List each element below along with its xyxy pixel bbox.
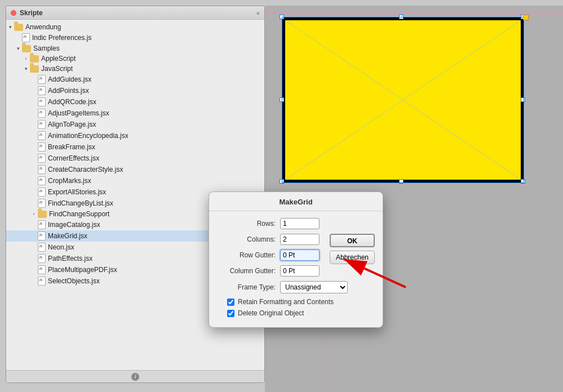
selection-handle-ml[interactable] <box>280 97 284 102</box>
tree-item-applescript[interactable]: ›AppleScript <box>6 54 264 64</box>
row-gutter-input[interactable] <box>280 250 320 261</box>
indent-spacer <box>14 132 22 140</box>
script-icon-addguides <box>38 75 46 84</box>
indent-spacer <box>6 132 14 140</box>
tree-item-aligntopage[interactable]: AlignToPage.jsx <box>6 119 264 130</box>
frame-type-label: Frame Type: <box>218 283 280 291</box>
tree-toggle-javascript[interactable]: ▾ <box>22 66 30 72</box>
tree-label-placemultipage: PlaceMultipagePDF.jsx <box>48 266 117 274</box>
tree-item-breakframe[interactable]: BreakFrame.jsx <box>6 141 264 153</box>
indent-spacer <box>14 121 22 128</box>
panel-bottom-bar: i <box>6 370 264 382</box>
tree-toggle-findchangesupport[interactable]: › <box>30 211 38 217</box>
rows-input[interactable] <box>280 218 320 229</box>
selection-handle-tm[interactable] <box>399 15 404 19</box>
ok-button[interactable]: OK <box>330 234 375 247</box>
tree-label-applescript: AppleScript <box>41 55 76 63</box>
column-gutter-row: Column Gutter: <box>218 265 374 277</box>
indent-spacer <box>14 154 22 162</box>
script-icon-createcharstyle <box>38 165 46 174</box>
folder-icon-findchangesupport <box>38 211 47 218</box>
content-handle[interactable] <box>523 15 529 20</box>
indent-spacer <box>22 221 30 229</box>
indent-spacer <box>22 109 30 117</box>
tree-toggle-samples[interactable]: ▾ <box>14 46 22 51</box>
frame-type-select[interactable]: Unassigned Text Frame Graphic Frame <box>280 281 348 293</box>
indent-spacer <box>22 199 30 207</box>
indent-spacer <box>22 166 30 173</box>
tree-item-adjustpage[interactable]: AdjustPageItems.jsx <box>6 108 264 119</box>
tree-label-addpoints: AddPoints.jsx <box>48 87 89 95</box>
selection-handle-mr[interactable] <box>521 97 525 102</box>
tree-label-findchangesupport: FindChangeSupport <box>49 210 109 218</box>
indent-spacer <box>14 166 22 173</box>
indent-spacer <box>6 98 14 106</box>
indent-spacer <box>22 132 30 140</box>
indent-spacer <box>22 232 30 240</box>
indent-spacer <box>22 98 30 106</box>
tree-item-cornereffects[interactable]: CornerEffects.jsx <box>6 153 264 164</box>
columns-input[interactable] <box>280 234 320 245</box>
tree-label-createcharstyle: CreateCharacterStyle.jsx <box>48 166 123 173</box>
tree-item-indic-prefs[interactable]: Indic Preferences.js <box>6 32 264 43</box>
tree-toggle-anwendung[interactable]: ▾ <box>6 24 14 30</box>
tree-item-animationenc[interactable]: AnimationEncyclopedia.jsx <box>6 130 264 141</box>
indent-spacer <box>22 188 30 196</box>
delete-original-checkbox[interactable] <box>227 310 234 317</box>
tree-label-neon: Neon.jsx <box>48 243 74 251</box>
tree-item-addguides[interactable]: AddGuides.jsx <box>6 74 264 85</box>
tree-label-indic-prefs: Indic Preferences.js <box>32 34 91 42</box>
tree-item-addpoints[interactable]: AddPoints.jsx <box>6 85 264 96</box>
frame-type-row: Frame Type: Unassigned Text Frame Graphi… <box>218 281 374 293</box>
tree-item-cropmarks[interactable]: CropMarks.jsx <box>6 175 264 186</box>
tree-label-patheffects: PathEffects.jsx <box>48 255 92 262</box>
info-icon[interactable]: i <box>131 373 139 381</box>
indent-spacer <box>14 109 22 117</box>
column-gutter-input[interactable] <box>280 265 320 277</box>
tree-label-addqrcode: AddQRCode.jsx <box>48 98 96 106</box>
script-icon-aligntopage <box>38 120 46 129</box>
indent-spacer <box>14 65 22 73</box>
indent-spacer <box>14 143 22 151</box>
indent-spacer <box>14 98 22 106</box>
script-icon-findchangebylist <box>38 199 46 208</box>
selection-handle-bl[interactable] <box>280 179 284 184</box>
script-icon-animationenc <box>38 131 46 140</box>
indent-spacer <box>14 243 22 251</box>
tree-label-cornereffects: CornerEffects.jsx <box>48 154 99 162</box>
tree-label-javascript: JavaScript <box>41 65 73 73</box>
dialog-title: MakeGrid <box>209 192 383 211</box>
indent-spacer <box>14 232 22 240</box>
tree-toggle-applescript[interactable]: › <box>22 56 30 61</box>
folder-icon-javascript <box>30 65 39 73</box>
indent-spacer <box>22 277 30 285</box>
tree-label-aligntopage: AlignToPage.jsx <box>48 121 96 128</box>
selection-handle-bm[interactable] <box>399 179 404 184</box>
tree-item-addqrcode[interactable]: AddQRCode.jsx <box>6 96 264 108</box>
indent-spacer <box>6 34 14 42</box>
indent-spacer <box>22 87 30 95</box>
script-icon-breakframe <box>38 142 46 152</box>
indent-spacer <box>22 143 30 151</box>
panel-titlebar: Skripte « <box>6 6 264 20</box>
tree-label-adjustpage: AdjustPageItems.jsx <box>48 109 109 117</box>
indent-spacer <box>6 143 14 151</box>
script-icon-patheffects <box>38 254 46 263</box>
retain-formatting-checkbox[interactable] <box>227 299 234 306</box>
indent-spacer <box>22 75 30 83</box>
selection-handle-tl[interactable] <box>280 15 284 19</box>
indent-spacer <box>14 87 22 95</box>
tree-item-anwendung[interactable]: ▾Anwendung <box>6 22 264 32</box>
tree-item-javascript[interactable]: ▾JavaScript <box>6 64 264 74</box>
panel-collapse-button[interactable]: « <box>256 10 260 16</box>
indent-spacer <box>6 210 14 218</box>
cancel-button[interactable]: Abbrechen <box>330 251 375 264</box>
script-icon-neon <box>38 243 46 252</box>
indent-spacer <box>6 277 14 285</box>
tree-item-createcharstyle[interactable]: CreateCharacterStyle.jsx <box>6 164 264 175</box>
close-button[interactable] <box>11 10 16 16</box>
tree-item-samples[interactable]: ▾Samples <box>6 43 264 54</box>
indent-spacer <box>14 55 22 63</box>
selection-handle-br[interactable] <box>521 179 525 184</box>
indent-spacer <box>14 177 22 185</box>
